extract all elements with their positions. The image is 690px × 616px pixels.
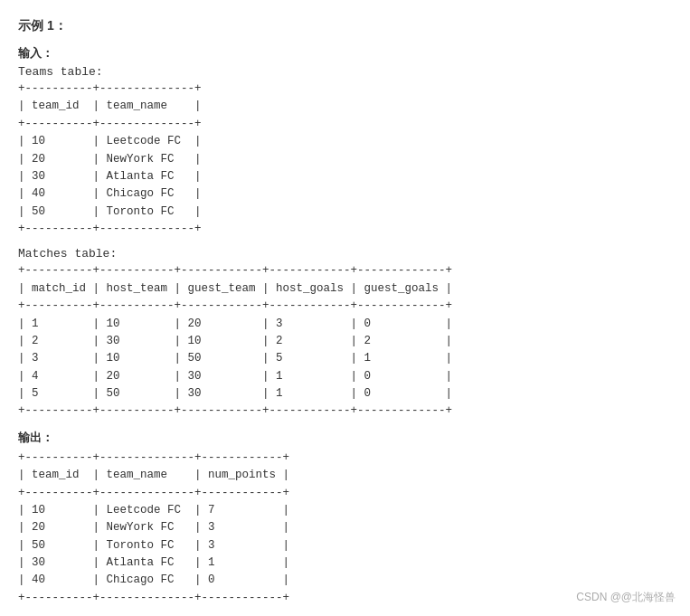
matches-table-name: Matches table:: [18, 247, 672, 261]
output-label: 输出：: [18, 430, 672, 446]
example-title: 示例 1：: [18, 18, 672, 34]
teams-table: +----------+--------------+ | team_id | …: [18, 81, 672, 238]
output-table: +----------+--------------+------------+…: [18, 450, 672, 607]
watermark: CSDN @@北海怪兽: [576, 590, 676, 605]
matches-table: +----------+-----------+------------+---…: [18, 262, 672, 420]
input-label: 输入：: [18, 45, 672, 62]
teams-table-name: Teams table:: [18, 65, 672, 79]
